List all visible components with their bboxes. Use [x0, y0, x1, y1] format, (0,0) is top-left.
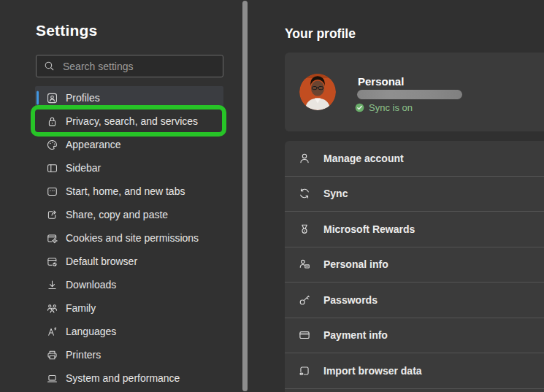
start-home-tabs-icon — [46, 185, 58, 198]
sidebar-item-family[interactable]: Family — [35, 296, 223, 320]
sidebar-item-default-browser[interactable]: Default browser — [35, 250, 223, 273]
section-heading: Your profile — [285, 26, 356, 42]
sidebar-item-downloads[interactable]: Downloads — [35, 273, 223, 296]
profile-name: Personal — [358, 75, 404, 88]
profile-settings-main: Your profile Personal — [248, 0, 544, 392]
menu-item-label: Sync — [323, 188, 348, 199]
system-performance-icon — [46, 372, 58, 385]
settings-nav: Profiles Privacy, search, and services A… — [35, 86, 223, 390]
sidebar-item-label: Start, home, and new tabs — [66, 185, 185, 197]
sidebar-layout-icon — [46, 162, 58, 174]
sync-status: Sync is on — [355, 102, 413, 113]
privacy-lock-icon — [46, 115, 58, 128]
settings-sidebar: Settings Profiles Privacy, search, and s… — [0, 0, 242, 392]
sidebar-item-label: Privacy, search, and services — [66, 115, 198, 127]
sidebar-item-label: Profiles — [66, 92, 100, 104]
sidebar-item-label: Downloads — [66, 279, 116, 291]
sidebar-item-label: Share, copy and paste — [66, 209, 168, 220]
selected-indicator — [37, 91, 39, 105]
default-browser-icon — [46, 255, 58, 268]
sidebar-item-start-home-new-tabs[interactable]: Start, home, and new tabs — [35, 180, 223, 203]
menu-item-label: Passwords — [323, 294, 378, 306]
profile-card: Personal Sync is on — [285, 53, 544, 131]
page-title: Settings — [36, 22, 97, 39]
key-icon — [298, 293, 311, 307]
sidebar-item-profiles[interactable]: Profiles — [35, 86, 223, 109]
appearance-palette-icon — [46, 139, 58, 151]
menu-item-sync[interactable]: Sync — [285, 177, 544, 212]
person-icon — [298, 152, 311, 165]
menu-item-manage-account[interactable]: Manage account — [285, 141, 544, 177]
menu-item-import-browser-data[interactable]: Import browser data — [285, 353, 544, 389]
sidebar-item-share-copy-paste[interactable]: Share, copy and paste — [35, 203, 223, 226]
profiles-icon — [46, 92, 58, 104]
sidebar-item-label: Cookies and site permissions — [66, 232, 199, 244]
downloads-icon — [46, 279, 58, 291]
menu-item-label: Microsoft Rewards — [323, 223, 415, 235]
sync-status-text: Sync is on — [369, 102, 413, 113]
family-icon — [46, 302, 58, 315]
sync-on-check-icon — [355, 103, 364, 112]
sidebar-item-appearance[interactable]: Appearance — [35, 133, 223, 156]
search-input[interactable] — [61, 60, 215, 73]
payment-card-icon — [298, 328, 311, 342]
sidebar-item-privacy-search-services[interactable]: Privacy, search, and services — [35, 109, 223, 133]
menu-item-label: Import browser data — [323, 365, 422, 377]
sidebar-item-printers[interactable]: Printers — [35, 343, 223, 366]
sidebar-item-label: Family — [66, 302, 96, 314]
menu-item-label: Payment info — [323, 329, 388, 341]
share-icon — [46, 209, 58, 221]
account-menu-card: Manage account Sync Microsoft Rewards — [285, 141, 544, 392]
languages-icon — [46, 326, 58, 338]
sidebar-item-system-performance[interactable]: System and performance — [35, 366, 223, 390]
email-redacted-blur — [357, 90, 462, 99]
menu-item-payment-info[interactable]: Payment info — [285, 318, 544, 354]
search-settings-box[interactable] — [36, 55, 223, 77]
sidebar-item-sidebar[interactable]: Sidebar — [35, 156, 223, 180]
menu-item-personal-info[interactable]: Personal info — [285, 247, 544, 283]
cookies-permissions-icon — [46, 232, 58, 245]
search-icon — [44, 61, 55, 72]
sidebar-item-cookies-site-permissions[interactable]: Cookies and site permissions — [35, 226, 223, 250]
menu-item-passwords[interactable]: Passwords — [285, 283, 544, 318]
sidebar-item-label: Sidebar — [66, 162, 101, 174]
sync-icon — [298, 187, 311, 200]
menu-item-label: Manage account — [323, 153, 404, 164]
import-data-icon — [298, 364, 311, 377]
sidebar-scrollbar[interactable] — [242, 1, 248, 391]
personal-info-icon — [298, 258, 311, 271]
sidebar-item-label: Default browser — [66, 255, 137, 267]
sidebar-item-label: Appearance — [66, 139, 121, 150]
sidebar-item-label: Languages — [66, 326, 116, 337]
menu-item-microsoft-rewards[interactable]: Microsoft Rewards — [285, 212, 544, 247]
rewards-medal-icon — [298, 223, 311, 236]
menu-item-label: Personal info — [323, 258, 388, 270]
avatar — [299, 74, 336, 110]
sidebar-item-label: Printers — [66, 349, 101, 361]
sidebar-item-languages[interactable]: Languages — [35, 320, 223, 343]
sidebar-item-label: System and performance — [66, 372, 180, 384]
printers-icon — [46, 349, 58, 361]
